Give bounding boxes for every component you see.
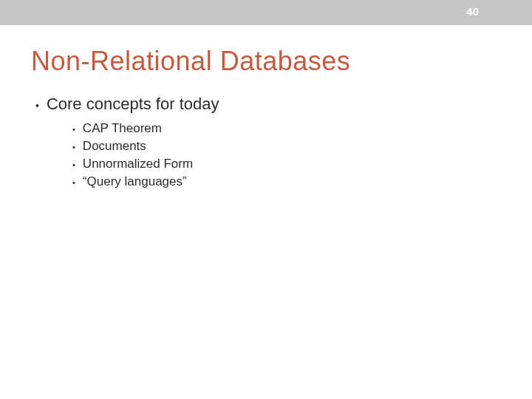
bullet-level-1: • Core concepts for today: [35, 95, 501, 114]
slide-title: Non-Relational Databases: [31, 46, 501, 77]
bullet-dot-icon: •: [72, 161, 75, 169]
slide-content: Non-Relational Databases • Core concepts…: [0, 25, 532, 189]
bullet-level-2-text: CAP Theorem: [83, 121, 162, 136]
bullet-dot-icon: •: [72, 143, 75, 151]
bullet-level-2: • “Query languages”: [72, 174, 501, 189]
bullet-level-2: • CAP Theorem: [72, 121, 501, 136]
bullet-level-1-text: Core concepts for today: [47, 95, 219, 114]
bullet-level-2-text: “Query languages”: [83, 174, 187, 189]
bullet-dot-icon: •: [72, 126, 75, 134]
bullet-level-2: • Documents: [72, 139, 501, 154]
sub-bullet-list: • CAP Theorem • Documents • Unnormalized…: [72, 121, 501, 189]
bullet-level-2: • Unnormalized Form: [72, 157, 501, 171]
bullet-level-2-text: Documents: [83, 139, 146, 154]
header-bar: 40: [0, 0, 532, 25]
bullet-level-2-text: Unnormalized Form: [83, 157, 193, 171]
slide-number: 40: [466, 5, 479, 18]
bullet-dot-icon: •: [35, 100, 39, 111]
bullet-dot-icon: •: [72, 179, 75, 187]
